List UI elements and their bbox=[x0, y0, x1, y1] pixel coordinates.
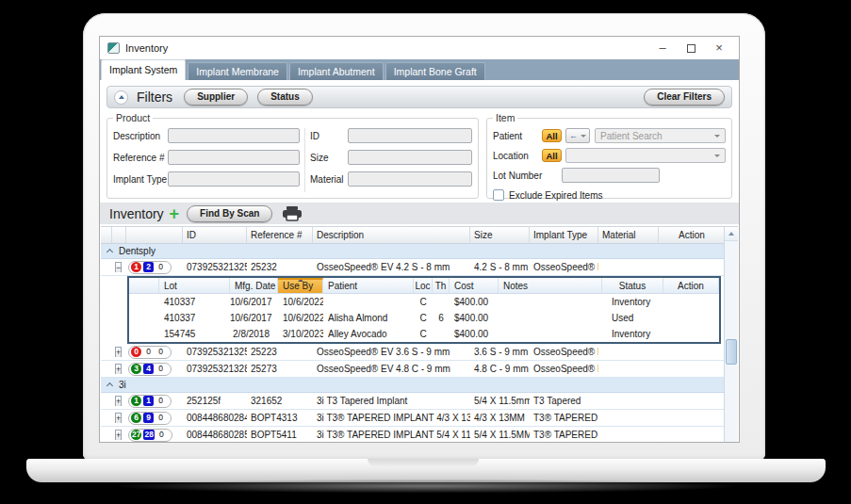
table-row[interactable]: +3400739253213280325273OsseoSpeed® EV 4.… bbox=[101, 361, 726, 378]
find-by-scan-button[interactable]: Find By Scan bbox=[187, 205, 272, 222]
add-item-icon[interactable]: + bbox=[170, 205, 180, 222]
scroll-up-button[interactable] bbox=[725, 227, 738, 241]
subcell-patient: Alley Avocado bbox=[323, 329, 414, 339]
table-row[interactable]: −1200739253213258225232OsseoSpeed® EV 4.… bbox=[101, 259, 726, 276]
patient-search-combo[interactable]: Patient Search bbox=[595, 128, 726, 143]
column-header-id[interactable]: ID bbox=[183, 227, 247, 243]
subheader-blank bbox=[129, 278, 159, 293]
tab-implant-abutment[interactable]: Implant Abutment bbox=[289, 62, 384, 80]
badges-cell: 110 bbox=[126, 395, 183, 408]
subcolumn-header-action[interactable]: Action bbox=[663, 278, 719, 293]
maximize-button[interactable] bbox=[677, 38, 705, 58]
column-header-reference[interactable]: Reference # bbox=[247, 227, 313, 243]
expander-cell: + bbox=[112, 413, 126, 423]
cell-description: OsseoSpeed® EV 3.6 S - 9 mm bbox=[313, 347, 470, 357]
titlebar: Inventory – × bbox=[100, 37, 739, 59]
cell-id: 00844868028482 bbox=[183, 413, 247, 423]
inventory-title: Inventory bbox=[109, 206, 164, 221]
chevron-down-icon bbox=[714, 154, 720, 157]
field-input-description[interactable] bbox=[168, 128, 300, 143]
table-header-row: IDReference #DescriptionSizeImplant Type… bbox=[101, 227, 726, 244]
subcell-loc: C bbox=[414, 313, 433, 323]
table-row[interactable]: +110252125f3216523i T3 Tapered Implant5/… bbox=[101, 393, 726, 410]
close-button[interactable]: × bbox=[705, 38, 733, 58]
maximize-icon bbox=[687, 44, 696, 53]
product-legend: Product bbox=[113, 112, 153, 123]
field-input-id[interactable] bbox=[348, 128, 472, 143]
cell-description: 3i T3® TAPERED IMPLANT 4/3 X 13MM bbox=[313, 413, 470, 423]
subcell-loc: C bbox=[414, 329, 433, 339]
expander-cell: − bbox=[112, 262, 126, 272]
subcell-status: Inventory bbox=[602, 329, 663, 339]
column-header-implant-type[interactable]: Implant Type bbox=[530, 227, 598, 243]
quantity-badges: 690 bbox=[128, 412, 172, 425]
subcell-useby: 10/6/2022 bbox=[278, 297, 323, 307]
status-filter-button[interactable]: Status bbox=[257, 89, 313, 106]
supplier-filter-button[interactable]: Supplier bbox=[184, 89, 248, 106]
cell-id: 252125f bbox=[183, 396, 247, 406]
collapse-caret-icon bbox=[106, 249, 113, 255]
tab-implant-bone-graft[interactable]: Implant Bone Graft bbox=[385, 62, 485, 80]
location-combo[interactable] bbox=[565, 148, 726, 163]
minimize-button[interactable]: – bbox=[648, 38, 677, 58]
column-header-action[interactable]: Action bbox=[659, 227, 726, 243]
cell-id: 00844868028512 bbox=[183, 430, 247, 440]
lot-number-input[interactable] bbox=[562, 168, 660, 183]
group-name: 3i bbox=[119, 380, 126, 390]
collapse-row-button[interactable]: − bbox=[115, 262, 122, 272]
badges-cell: 120 bbox=[126, 261, 183, 274]
field-input-size[interactable] bbox=[348, 150, 472, 165]
column-header-material[interactable]: Material bbox=[598, 227, 659, 243]
subcolumn-header-cost[interactable]: Cost bbox=[450, 278, 499, 293]
subtable-row[interactable]: 41033710/6/201710/6/2022C$400.00Inventor… bbox=[129, 294, 719, 310]
patient-all-badge[interactable]: All bbox=[542, 129, 562, 142]
table-row[interactable]: +0000739253213251325223OsseoSpeed® EV 3.… bbox=[101, 344, 726, 361]
column-header-size[interactable]: Size bbox=[470, 227, 530, 243]
subcolumn-header-lot[interactable]: Lot bbox=[159, 278, 230, 293]
field-input-material[interactable] bbox=[348, 171, 472, 187]
table-row[interactable]: +2728000844868028512BOPT54113i T3® TAPER… bbox=[101, 427, 726, 443]
subcolumn-header-use-by[interactable]: Use By bbox=[278, 278, 323, 293]
clear-filters-button[interactable]: Clear Filters bbox=[644, 89, 725, 106]
subtable-row[interactable]: 41033710/6/201710/6/2022Alisha AlmondC6$… bbox=[129, 310, 719, 326]
product-group: Product DescriptionReference #Implant Ty… bbox=[106, 112, 479, 199]
vertical-scrollbar[interactable] bbox=[724, 227, 738, 443]
cell-reference: BOPT5411 bbox=[247, 430, 313, 440]
field-input-implant-type[interactable] bbox=[168, 171, 300, 187]
chevron-down-icon bbox=[581, 135, 586, 138]
table-row[interactable]: +69000844868028482BOPT43133i T3® TAPERED… bbox=[101, 410, 726, 427]
location-all-badge[interactable]: All bbox=[542, 149, 562, 162]
tab-implant-system[interactable]: Implant System bbox=[101, 59, 186, 80]
filters-collapse-button[interactable] bbox=[114, 90, 128, 105]
expand-row-button[interactable]: + bbox=[115, 430, 122, 440]
subcolumn-header-status[interactable]: Status bbox=[602, 278, 663, 293]
expand-row-button[interactable]: + bbox=[115, 413, 122, 423]
tab-implant-membrane[interactable]: Implant Membrane bbox=[188, 62, 287, 80]
exclude-expired-checkbox[interactable] bbox=[493, 189, 504, 201]
group-row-3i[interactable]: 3i bbox=[101, 378, 726, 393]
subtable-row[interactable]: 1547452/8/20183/10/2023Alley AvocadoC$40… bbox=[129, 326, 719, 342]
subcolumn-header-mfg-date[interactable]: Mfg. Date bbox=[230, 278, 278, 293]
cell-id: 07392532132513 bbox=[183, 347, 247, 357]
group-row-dentsply[interactable]: Dentsply bbox=[101, 244, 726, 259]
patient-history-dropdown[interactable]: ← bbox=[565, 128, 590, 143]
field-label-material: Material bbox=[310, 174, 348, 185]
subcolumn-header-th[interactable]: Th bbox=[433, 278, 450, 293]
subcolumn-header-patient[interactable]: Patient bbox=[323, 278, 414, 293]
scrollbar-thumb[interactable] bbox=[726, 339, 737, 365]
subcell-mfg: 10/6/2017 bbox=[230, 297, 278, 307]
tab-strip: Implant SystemImplant MembraneImplant Ab… bbox=[100, 59, 739, 80]
printer-icon[interactable] bbox=[282, 206, 303, 221]
subcell-useby: 10/6/2022 bbox=[278, 313, 323, 323]
subcolumn-header-loc[interactable]: Loc bbox=[414, 278, 433, 293]
subcell-useby: 3/10/2023 bbox=[278, 329, 323, 339]
qty-badge-plain: 0 bbox=[155, 396, 166, 406]
qty-badge-green: 3 bbox=[131, 364, 141, 374]
subcolumn-header-notes[interactable]: Notes bbox=[499, 278, 602, 293]
expand-row-button[interactable]: + bbox=[115, 396, 122, 406]
expander-cell: + bbox=[112, 430, 126, 440]
column-header-description[interactable]: Description bbox=[313, 227, 470, 243]
field-input-reference[interactable] bbox=[168, 150, 300, 165]
expand-row-button[interactable]: + bbox=[115, 364, 122, 374]
expand-row-button[interactable]: + bbox=[115, 347, 122, 357]
